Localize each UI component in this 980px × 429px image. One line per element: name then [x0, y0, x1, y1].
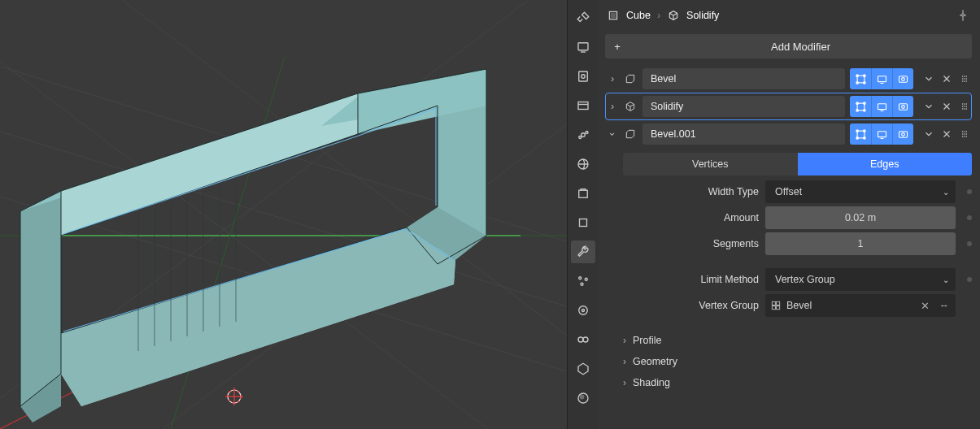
render-toggle[interactable]: [892, 96, 913, 117]
keyframe-dot[interactable]: [967, 241, 972, 246]
svg-point-64: [962, 76, 964, 77]
drag-handle-icon[interactable]: [959, 128, 970, 140]
add-modifier-button[interactable]: + Add Modifier: [605, 34, 972, 58]
svg-point-108: [962, 136, 964, 137]
limit-method-dropdown[interactable]: Vertex Group ⌄: [765, 268, 956, 291]
data-tab-icon[interactable]: [571, 358, 595, 380]
keyframe-dot[interactable]: [967, 189, 972, 194]
segments-input[interactable]: 1: [765, 232, 956, 255]
svg-point-83: [962, 103, 964, 105]
limit-method-label: Limit Method: [623, 274, 759, 285]
expand-toggle[interactable]: ›: [607, 101, 618, 112]
close-icon[interactable]: [941, 73, 952, 84]
tab-vertices[interactable]: Vertices: [623, 153, 798, 176]
chevron-down-icon[interactable]: [923, 128, 934, 140]
width-type-dropdown[interactable]: Offset ⌄: [765, 180, 956, 203]
modifier-visibility-toggles: [850, 124, 913, 145]
viewlayer-tab-icon[interactable]: [571, 94, 595, 117]
modifier-name-input[interactable]: Bevel: [642, 68, 845, 89]
svg-point-84: [964, 103, 965, 105]
chevron-down-icon[interactable]: [923, 73, 934, 84]
svg-point-85: [966, 103, 968, 105]
keyframe-dot[interactable]: [967, 277, 972, 282]
invert-icon[interactable]: ↔: [939, 300, 950, 311]
svg-point-76: [856, 109, 858, 111]
svg-rect-42: [580, 219, 587, 227]
realtime-toggle[interactable]: [871, 96, 892, 117]
amount-input[interactable]: 0.02 m: [765, 206, 956, 229]
svg-point-87: [964, 106, 965, 107]
subpanel-label: Profile: [633, 335, 661, 346]
edit-mode-toggle[interactable]: [850, 96, 871, 117]
collection-tab-icon[interactable]: [571, 182, 595, 205]
particles-tab-icon[interactable]: [571, 270, 595, 292]
realtime-toggle[interactable]: [871, 124, 892, 145]
constraints-tab-icon[interactable]: [571, 328, 595, 351]
pin-icon[interactable]: [956, 8, 970, 23]
svg-rect-79: [899, 103, 908, 110]
modifier-row-bevel[interactable]: › Bevel: [605, 65, 972, 93]
svg-point-107: [966, 133, 968, 135]
svg-point-65: [964, 76, 965, 77]
svg-point-57: [856, 81, 858, 84]
modifier-row-bevel-001[interactable]: › Bevel.001: [605, 120, 972, 148]
tab-edges[interactable]: Edges: [798, 153, 973, 176]
svg-point-37: [581, 133, 586, 137]
amount-value: 0.02 m: [845, 212, 876, 223]
vgroup-label: Vertex Group: [623, 300, 759, 311]
expand-toggle[interactable]: ›: [607, 73, 618, 84]
tool-tab-icon[interactable]: [571, 6, 595, 29]
physics-tab-icon[interactable]: [571, 299, 595, 322]
edit-mode-toggle[interactable]: [850, 124, 871, 145]
segments-value: 1: [858, 238, 864, 249]
output-tab-icon[interactable]: [571, 65, 595, 88]
svg-point-90: [964, 108, 965, 110]
svg-point-77: [863, 109, 865, 111]
solidify-icon: [667, 9, 680, 22]
svg-point-43: [579, 277, 581, 280]
subpanel-label: Geometry: [633, 356, 677, 367]
scene-tab-icon[interactable]: [571, 124, 595, 146]
close-icon[interactable]: [941, 101, 952, 112]
breadcrumb-object[interactable]: Cube: [626, 10, 651, 21]
svg-point-48: [578, 337, 583, 342]
drag-handle-icon[interactable]: [959, 73, 970, 84]
svg-point-44: [585, 278, 587, 280]
svg-rect-92: [857, 131, 865, 138]
svg-point-80: [902, 105, 905, 108]
chevron-down-icon[interactable]: [923, 101, 934, 112]
viewport-3d[interactable]: [0, 0, 567, 429]
realtime-toggle[interactable]: [871, 68, 892, 89]
svg-rect-60: [899, 76, 908, 82]
keyframe-dot[interactable]: [967, 215, 972, 220]
vgroup-selector[interactable]: Bevel ✕ ↔: [765, 294, 956, 317]
svg-point-71: [964, 80, 965, 82]
render-toggle[interactable]: [892, 68, 913, 89]
subpanel-geometry[interactable]: › Geometry: [605, 351, 972, 372]
clear-icon[interactable]: ✕: [921, 300, 930, 312]
drag-handle-icon[interactable]: [959, 101, 970, 112]
bevel-icon: [623, 72, 638, 85]
subpanel-shading[interactable]: › Shading: [605, 372, 972, 393]
subpanel-profile[interactable]: › Profile: [605, 330, 972, 351]
svg-rect-73: [857, 103, 865, 110]
svg-point-91: [966, 108, 968, 110]
bevel-icon: [623, 128, 638, 141]
material-tab-icon[interactable]: [571, 387, 595, 410]
modifier-row-solidify[interactable]: › Solidify: [605, 93, 972, 120]
modifier-name-input[interactable]: Bevel.001: [642, 124, 845, 145]
affect-tabs: Vertices Edges: [623, 153, 972, 176]
render-toggle[interactable]: [892, 124, 913, 145]
expand-toggle[interactable]: ›: [607, 128, 618, 140]
svg-point-66: [966, 76, 968, 77]
render-tab-icon[interactable]: [571, 36, 595, 58]
world-tab-icon[interactable]: [571, 153, 595, 176]
modifier-tab-icon[interactable]: [571, 240, 595, 263]
properties-tab-strip: [567, 0, 599, 429]
object-tab-icon[interactable]: [571, 211, 595, 234]
edit-mode-toggle[interactable]: [850, 68, 871, 89]
svg-point-94: [863, 129, 865, 132]
breadcrumb-modifier[interactable]: Solidify: [686, 10, 719, 21]
modifier-name-input[interactable]: Solidify: [642, 96, 845, 117]
close-icon[interactable]: [941, 128, 952, 140]
